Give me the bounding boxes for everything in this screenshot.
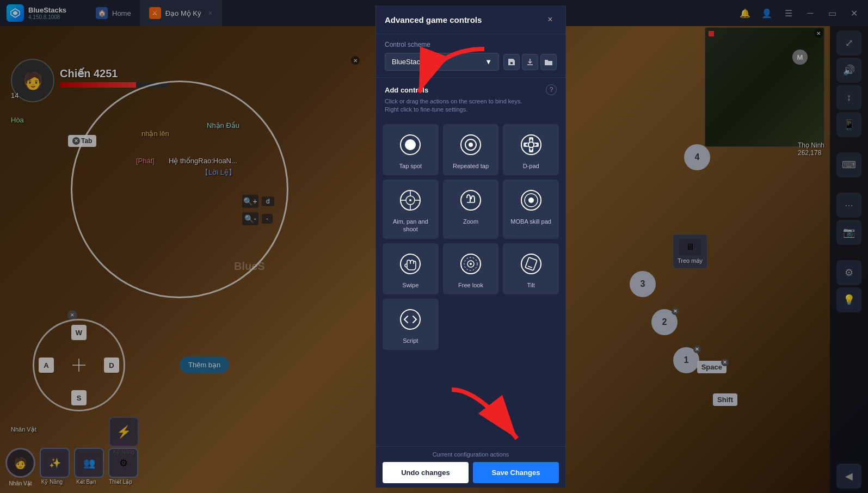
control-swipe[interactable]: Swipe (383, 243, 439, 294)
script-icon (397, 306, 423, 332)
zoom-label: Zoom (463, 218, 478, 225)
panel-close-btn[interactable]: × (544, 13, 557, 26)
control-aim-pan[interactable]: Aim, pan and shoot (383, 180, 439, 239)
control-scheme-section: Control scheme BlueStacks ▼ (376, 34, 565, 78)
save-btn[interactable]: Save Changes (473, 462, 559, 483)
svg-point-6 (469, 143, 473, 147)
scheme-dropdown[interactable]: BlueStacks ▼ (385, 53, 499, 71)
controls-row-3: Swipe Free look (383, 243, 559, 294)
dropdown-chevron: ▼ (485, 58, 492, 66)
svg-point-34 (401, 310, 420, 329)
svg-point-10 (529, 143, 533, 147)
control-moba[interactable]: MOBA skill pad (503, 180, 559, 239)
script-label: Script (403, 337, 418, 344)
control-tilt[interactable]: Tilt (503, 243, 559, 294)
tilt-label: Tilt (527, 281, 535, 289)
add-controls-desc: Click or drag the actions on the screen … (385, 97, 557, 114)
tilt-icon (518, 251, 544, 277)
svg-point-29 (470, 263, 472, 265)
empty-cell-1 (443, 299, 499, 350)
controls-row-1: Tap spot Repeated tap (383, 124, 559, 175)
swipe-label: Swipe (402, 281, 418, 289)
aim-pan-label: Aim, pan and shoot (387, 218, 434, 233)
tap-spot-label: Tap spot (399, 162, 422, 170)
free-look-icon (458, 251, 484, 277)
control-free-look[interactable]: Free look (443, 243, 499, 294)
panel-title: Advanced game controls (385, 15, 482, 24)
svg-point-3 (405, 139, 416, 150)
svg-point-21 (409, 199, 411, 201)
scheme-selected: BlueStacks (392, 58, 427, 66)
empty-cell-2 (503, 299, 559, 350)
control-dpad[interactable]: D-pad (503, 124, 559, 175)
panel-header: Advanced game controls × (376, 5, 565, 34)
controls-row-4: Script (383, 299, 559, 350)
add-controls-section: Add controls ? Click or drag the actions… (376, 78, 565, 124)
controls-grid: Tap spot Repeated tap (376, 124, 565, 446)
repeated-tap-icon (458, 132, 484, 158)
scheme-label: Control scheme (385, 41, 557, 48)
svg-point-25 (528, 198, 534, 203)
moba-label: MOBA skill pad (510, 218, 551, 225)
scheme-icons (503, 54, 557, 70)
controls-row-2: Aim, pan and shoot Zoom (383, 180, 559, 239)
add-controls-title: Add controls (385, 86, 428, 94)
svg-rect-32 (525, 257, 537, 270)
tap-spot-icon (397, 132, 423, 158)
swipe-icon (397, 251, 423, 277)
panel-bottom: Current configuration actions Undo chang… (376, 446, 565, 488)
dpad-label: D-pad (523, 162, 539, 170)
help-btn[interactable]: ? (546, 84, 557, 95)
scheme-folder-btn[interactable] (540, 54, 557, 70)
repeated-tap-label: Repeated tap (453, 162, 489, 170)
svg-point-31 (521, 254, 541, 274)
svg-line-33 (528, 266, 532, 268)
dpad-icon (518, 132, 544, 158)
scheme-export-btn[interactable] (522, 54, 538, 70)
control-script[interactable]: Script (383, 299, 439, 350)
undo-btn[interactable]: Undo changes (383, 462, 469, 483)
bottom-actions: Undo changes Save Changes (383, 462, 559, 483)
control-zoom[interactable]: Zoom (443, 180, 499, 239)
aim-pan-icon (397, 187, 423, 213)
control-repeated-tap[interactable]: Repeated tap (443, 124, 499, 175)
controls-panel: Advanced game controls × Control scheme … (375, 5, 566, 488)
scheme-save-btn[interactable] (503, 54, 520, 70)
control-tap-spot[interactable]: Tap spot (383, 124, 439, 175)
moba-icon (518, 187, 544, 213)
scheme-row: BlueStacks ▼ (385, 53, 557, 71)
add-controls-header: Add controls ? (385, 84, 557, 95)
free-look-label: Free look (458, 281, 483, 289)
config-label: Current configuration actions (383, 451, 559, 458)
zoom-icon (458, 187, 484, 213)
